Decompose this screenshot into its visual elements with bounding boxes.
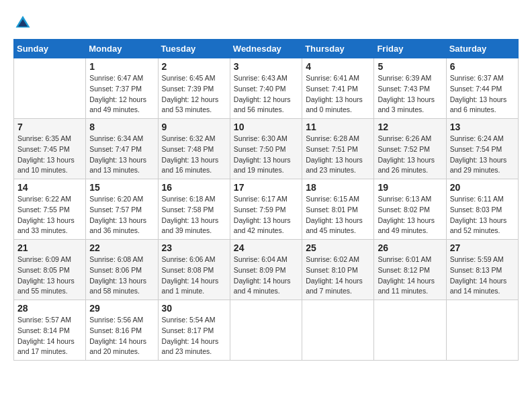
day-info: Sunrise: 6:39 AM Sunset: 7:43 PM Dayligh… [378,73,442,116]
day-info: Sunrise: 6:22 AM Sunset: 7:55 PM Dayligh… [17,194,82,236]
calendar-cell: 3Sunrise: 6:43 AM Sunset: 7:40 PM Daylig… [230,58,302,119]
day-info: Sunrise: 5:57 AM Sunset: 8:14 PM Dayligh… [17,315,82,357]
calendar-cell [374,300,446,361]
day-number: 23 [162,242,226,253]
day-info: Sunrise: 6:17 AM Sunset: 7:59 PM Dayligh… [234,194,298,236]
day-number: 5 [378,61,442,72]
calendar-cell: 30Sunrise: 5:54 AM Sunset: 8:17 PM Dayli… [158,300,230,361]
day-info: Sunrise: 6:18 AM Sunset: 7:58 PM Dayligh… [162,194,226,236]
day-number: 12 [378,122,442,132]
calendar-cell: 19Sunrise: 6:13 AM Sunset: 8:02 PM Dayli… [374,179,446,240]
day-number: 9 [162,122,226,132]
day-number: 1 [89,61,154,72]
calendar-cell: 22Sunrise: 6:08 AM Sunset: 8:06 PM Dayli… [86,240,158,300]
day-number: 11 [306,122,370,132]
day-number: 10 [234,122,298,132]
logo [13,13,35,32]
calendar-cell: 27Sunrise: 5:59 AM Sunset: 8:13 PM Dayli… [446,240,518,300]
day-info: Sunrise: 6:01 AM Sunset: 8:12 PM Dayligh… [378,255,442,297]
day-info: Sunrise: 6:26 AM Sunset: 7:52 PM Dayligh… [378,134,442,176]
calendar-cell: 1Sunrise: 6:47 AM Sunset: 7:37 PM Daylig… [86,58,158,119]
calendar-cell [14,58,86,119]
calendar-cell: 12Sunrise: 6:26 AM Sunset: 7:52 PM Dayli… [374,119,446,179]
day-number: 24 [234,242,298,253]
day-info: Sunrise: 6:11 AM Sunset: 8:03 PM Dayligh… [450,194,515,236]
day-info: Sunrise: 6:04 AM Sunset: 8:09 PM Dayligh… [234,255,298,297]
calendar-cell [302,300,374,361]
page-header [13,13,519,32]
day-number: 14 [17,182,82,193]
calendar-cell: 6Sunrise: 6:37 AM Sunset: 7:44 PM Daylig… [446,58,518,119]
day-header-saturday: Saturday [446,40,518,58]
calendar-cell: 23Sunrise: 6:06 AM Sunset: 8:08 PM Dayli… [158,240,230,300]
day-header-sunday: Sunday [14,40,86,58]
day-info: Sunrise: 6:13 AM Sunset: 8:02 PM Dayligh… [378,194,442,236]
day-info: Sunrise: 6:02 AM Sunset: 8:10 PM Dayligh… [306,255,370,297]
calendar-cell: 7Sunrise: 6:35 AM Sunset: 7:45 PM Daylig… [14,119,86,179]
day-number: 27 [450,242,515,253]
day-info: Sunrise: 6:47 AM Sunset: 7:37 PM Dayligh… [89,73,154,116]
calendar-cell: 18Sunrise: 6:15 AM Sunset: 8:01 PM Dayli… [302,179,374,240]
calendar-cell: 11Sunrise: 6:28 AM Sunset: 7:51 PM Dayli… [302,119,374,179]
day-info: Sunrise: 6:37 AM Sunset: 7:44 PM Dayligh… [450,73,515,116]
day-info: Sunrise: 6:20 AM Sunset: 7:57 PM Dayligh… [89,194,154,236]
day-info: Sunrise: 6:06 AM Sunset: 8:08 PM Dayligh… [162,255,226,297]
day-info: Sunrise: 6:43 AM Sunset: 7:40 PM Dayligh… [234,73,298,116]
day-number: 28 [17,303,82,314]
calendar-cell [446,300,518,361]
calendar-cell: 2Sunrise: 6:45 AM Sunset: 7:39 PM Daylig… [158,58,230,119]
day-header-monday: Monday [86,40,158,58]
day-info: Sunrise: 5:54 AM Sunset: 8:17 PM Dayligh… [162,315,226,357]
day-number: 26 [378,242,442,253]
day-info: Sunrise: 6:41 AM Sunset: 7:41 PM Dayligh… [306,73,370,116]
day-number: 22 [89,242,154,253]
day-number: 3 [234,61,298,72]
day-number: 30 [162,303,226,314]
day-number: 8 [89,122,154,132]
day-header-thursday: Thursday [302,40,374,58]
calendar-cell: 26Sunrise: 6:01 AM Sunset: 8:12 PM Dayli… [374,240,446,300]
calendar-cell: 28Sunrise: 5:57 AM Sunset: 8:14 PM Dayli… [14,300,86,361]
day-number: 6 [450,61,515,72]
logo-icon [13,13,32,32]
calendar-cell: 5Sunrise: 6:39 AM Sunset: 7:43 PM Daylig… [374,58,446,119]
day-header-wednesday: Wednesday [230,40,302,58]
day-info: Sunrise: 6:15 AM Sunset: 8:01 PM Dayligh… [306,194,370,236]
day-number: 19 [378,182,442,193]
calendar-cell: 17Sunrise: 6:17 AM Sunset: 7:59 PM Dayli… [230,179,302,240]
calendar-table: SundayMondayTuesdayWednesdayThursdayFrid… [13,39,519,361]
day-number: 2 [162,61,226,72]
day-number: 18 [306,182,370,193]
calendar-cell: 21Sunrise: 6:09 AM Sunset: 8:05 PM Dayli… [14,240,86,300]
calendar-cell: 24Sunrise: 6:04 AM Sunset: 8:09 PM Dayli… [230,240,302,300]
calendar-cell: 15Sunrise: 6:20 AM Sunset: 7:57 PM Dayli… [86,179,158,240]
day-info: Sunrise: 6:45 AM Sunset: 7:39 PM Dayligh… [162,73,226,116]
calendar-cell: 14Sunrise: 6:22 AM Sunset: 7:55 PM Dayli… [14,179,86,240]
calendar-cell: 10Sunrise: 6:30 AM Sunset: 7:50 PM Dayli… [230,119,302,179]
day-info: Sunrise: 6:09 AM Sunset: 8:05 PM Dayligh… [17,255,82,297]
calendar-cell: 29Sunrise: 5:56 AM Sunset: 8:16 PM Dayli… [86,300,158,361]
day-number: 25 [306,242,370,253]
day-info: Sunrise: 6:28 AM Sunset: 7:51 PM Dayligh… [306,134,370,176]
day-number: 15 [89,182,154,193]
day-number: 7 [17,122,82,132]
day-number: 20 [450,182,515,193]
calendar-cell: 4Sunrise: 6:41 AM Sunset: 7:41 PM Daylig… [302,58,374,119]
calendar-cell: 20Sunrise: 6:11 AM Sunset: 8:03 PM Dayli… [446,179,518,240]
calendar-cell: 8Sunrise: 6:34 AM Sunset: 7:47 PM Daylig… [86,119,158,179]
day-info: Sunrise: 6:32 AM Sunset: 7:48 PM Dayligh… [162,134,226,176]
day-header-friday: Friday [374,40,446,58]
day-header-tuesday: Tuesday [158,40,230,58]
calendar-cell: 9Sunrise: 6:32 AM Sunset: 7:48 PM Daylig… [158,119,230,179]
day-number: 13 [450,122,515,132]
calendar-cell: 16Sunrise: 6:18 AM Sunset: 7:58 PM Dayli… [158,179,230,240]
day-number: 17 [234,182,298,193]
day-number: 16 [162,182,226,193]
day-info: Sunrise: 6:24 AM Sunset: 7:54 PM Dayligh… [450,134,515,176]
day-info: Sunrise: 6:35 AM Sunset: 7:45 PM Dayligh… [17,134,82,176]
day-number: 4 [306,61,370,72]
day-info: Sunrise: 6:08 AM Sunset: 8:06 PM Dayligh… [89,255,154,297]
calendar-cell [230,300,302,361]
calendar-cell: 25Sunrise: 6:02 AM Sunset: 8:10 PM Dayli… [302,240,374,300]
day-number: 29 [89,303,154,314]
